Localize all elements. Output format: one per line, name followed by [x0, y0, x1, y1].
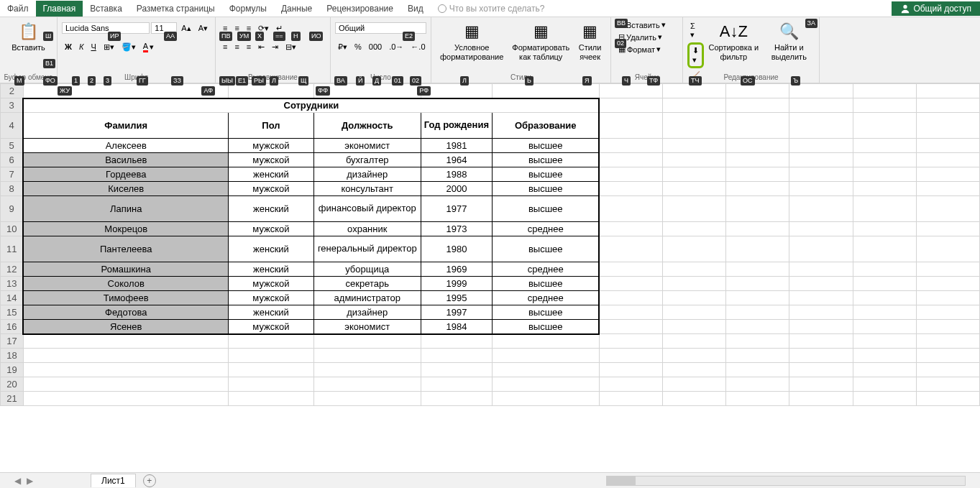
tab-home[interactable]: Главная	[36, 1, 83, 17]
cell[interactable]	[599, 222, 662, 236]
cell[interactable]: Киселев	[23, 182, 228, 196]
cell[interactable]	[421, 334, 492, 349]
cell[interactable]: 1980	[421, 236, 492, 262]
cell[interactable]	[916, 334, 979, 349]
cell[interactable]	[726, 98, 789, 113]
cell[interactable]: администратор	[313, 291, 421, 305]
cell[interactable]	[313, 334, 421, 349]
cell[interactable]: 1984	[421, 320, 492, 334]
cell[interactable]	[853, 153, 916, 167]
cell[interactable]	[229, 84, 314, 98]
cell[interactable]	[663, 139, 726, 153]
cell[interactable]	[663, 291, 726, 305]
cell[interactable]	[726, 196, 789, 222]
cell[interactable]	[313, 392, 421, 406]
cell[interactable]: среднее	[493, 222, 600, 236]
cell[interactable]	[916, 349, 979, 363]
cell[interactable]	[853, 222, 916, 236]
cell[interactable]	[663, 277, 726, 291]
cell[interactable]	[853, 277, 916, 291]
cell[interactable]	[789, 392, 853, 406]
cell[interactable]	[916, 392, 979, 406]
cell[interactable]: 9	[1, 196, 24, 222]
cell[interactable]: мужской	[229, 139, 314, 153]
cell[interactable]: Мокрецов	[23, 222, 228, 236]
cell[interactable]: Тимофеев	[23, 291, 228, 305]
cell[interactable]: мужской	[229, 222, 314, 236]
cell[interactable]	[789, 153, 853, 167]
cell[interactable]	[726, 182, 789, 196]
cell[interactable]	[599, 113, 662, 139]
cell[interactable]	[663, 98, 726, 113]
cell[interactable]	[599, 377, 662, 392]
cell[interactable]	[916, 196, 979, 222]
sort-filter-button[interactable]: A↓Z Сортировка и фильтр	[704, 19, 764, 63]
cell[interactable]: 1981	[421, 139, 492, 153]
cell[interactable]	[599, 334, 662, 349]
cell[interactable]: 14	[1, 291, 24, 305]
cell[interactable]: высшее	[493, 153, 600, 167]
cell[interactable]: 1988	[421, 167, 492, 182]
cell[interactable]	[789, 262, 853, 277]
cell[interactable]	[229, 363, 314, 377]
cell[interactable]: дизайнер	[313, 305, 421, 320]
tab-file[interactable]: Файл	[0, 1, 36, 17]
align-left-button[interactable]: ≡	[220, 41, 230, 52]
cell[interactable]: высшее	[493, 277, 600, 291]
cell[interactable]: 1997	[421, 305, 492, 320]
cell[interactable]	[853, 320, 916, 334]
cell[interactable]	[916, 320, 979, 334]
cell[interactable]	[789, 305, 853, 320]
cell[interactable]	[916, 305, 979, 320]
cell[interactable]	[663, 349, 726, 363]
cell[interactable]	[726, 291, 789, 305]
cell[interactable]	[916, 182, 979, 196]
cell[interactable]: 2000	[421, 182, 492, 196]
cell[interactable]	[853, 262, 916, 277]
cell[interactable]	[421, 363, 492, 377]
cell[interactable]: 12	[1, 262, 24, 277]
cell[interactable]: 11	[1, 236, 24, 262]
cell[interactable]	[853, 236, 916, 262]
cell[interactable]	[663, 222, 726, 236]
cell[interactable]	[916, 291, 979, 305]
currency-button[interactable]: ₽▾	[335, 41, 350, 53]
cell[interactable]: Должность	[313, 113, 421, 139]
cell[interactable]	[23, 334, 228, 349]
cell[interactable]	[23, 84, 228, 98]
cell[interactable]: женский	[229, 196, 314, 222]
cell[interactable]: Алексеев	[23, 139, 228, 153]
cell[interactable]	[853, 167, 916, 182]
cell[interactable]	[493, 84, 600, 98]
cell[interactable]	[313, 349, 421, 363]
cell[interactable]	[726, 153, 789, 167]
cell[interactable]	[229, 392, 314, 406]
cell[interactable]	[663, 153, 726, 167]
cell[interactable]: 1977	[421, 196, 492, 222]
cell[interactable]	[663, 392, 726, 406]
cell[interactable]	[726, 320, 789, 334]
cell[interactable]	[853, 84, 916, 98]
cell[interactable]	[599, 392, 662, 406]
cell[interactable]	[789, 291, 853, 305]
cell[interactable]	[726, 334, 789, 349]
cell[interactable]	[599, 363, 662, 377]
cell[interactable]	[916, 139, 979, 153]
dec-decimal-button[interactable]: ←.0	[408, 41, 428, 52]
cell[interactable]: 5	[1, 139, 24, 153]
cell[interactable]	[789, 167, 853, 182]
cell[interactable]	[853, 334, 916, 349]
cell[interactable]	[599, 153, 662, 167]
cell[interactable]: высшее	[493, 320, 600, 334]
align-center-button[interactable]: ≡	[232, 41, 242, 52]
cell[interactable]: среднее	[493, 262, 600, 277]
cell[interactable]: мужской	[229, 291, 314, 305]
cell[interactable]: 1973	[421, 222, 492, 236]
conditional-formatting-button[interactable]: ▦ Условное форматирование	[436, 19, 508, 63]
cell[interactable]: Соколов	[23, 277, 228, 291]
cell[interactable]	[663, 236, 726, 262]
cell[interactable]: 19	[1, 363, 24, 377]
indent-dec-button[interactable]: ⇤	[255, 41, 267, 53]
cell[interactable]	[789, 222, 853, 236]
cell[interactable]: 1969	[421, 262, 492, 277]
